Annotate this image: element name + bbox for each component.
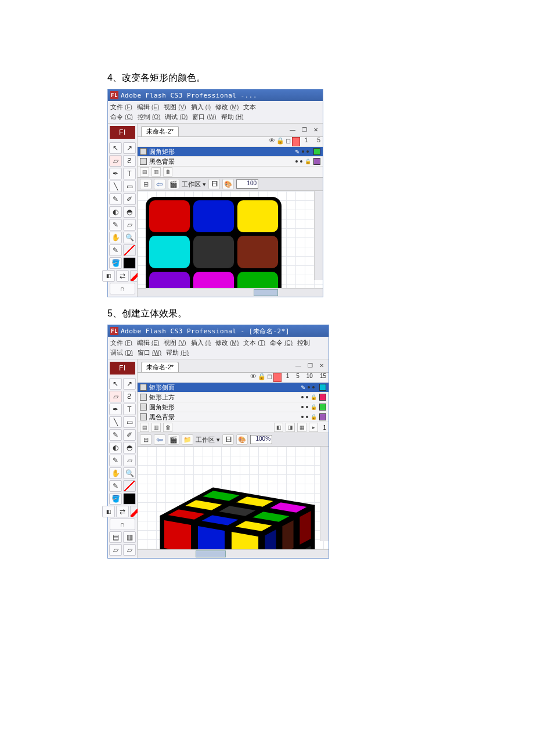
document-tab[interactable]: 未命名-2*: [141, 362, 179, 372]
restore-icon[interactable]: ❐: [305, 361, 315, 370]
pen-tool[interactable]: ✒: [109, 404, 122, 415]
menu-窗口[interactable]: 窗口 (W): [138, 348, 161, 358]
menu-命令[interactable]: 命令 (C): [110, 112, 133, 122]
subselection-tool[interactable]: ↗: [123, 142, 136, 154]
ink-bottle-tool[interactable]: ◐: [109, 442, 122, 453]
fill-swatch[interactable]: [123, 257, 136, 269]
edit-multiple-icon[interactable]: ▦: [297, 423, 306, 432]
minimize-icon[interactable]: —: [294, 361, 303, 370]
canvas-area[interactable]: [138, 191, 323, 288]
edit-symbol-icon[interactable]: 🎨: [222, 179, 234, 189]
folder-icon[interactable]: 📁: [182, 434, 193, 445]
menu-视图[interactable]: 视图 (V): [164, 102, 186, 112]
edit-scene-icon[interactable]: 🎞: [208, 179, 220, 189]
paint-bucket-tool[interactable]: ◓: [123, 442, 136, 453]
workarea-label[interactable]: 工作区 ▾: [196, 435, 220, 444]
brush-tool[interactable]: ✐: [123, 193, 136, 205]
lasso-tool[interactable]: Ƨ: [123, 155, 136, 167]
document-tab[interactable]: 未命名-2*: [141, 126, 179, 136]
free-transform-tool[interactable]: ▱: [109, 391, 122, 402]
stroke-swatch[interactable]: [123, 244, 136, 256]
menu-文件[interactable]: 文件 (F): [110, 338, 132, 348]
selection-tool[interactable]: ↖: [109, 378, 122, 390]
menu-控制[interactable]: 控制 (O): [138, 112, 161, 122]
menu-命令[interactable]: 命令 (C): [270, 338, 293, 348]
stroke-color[interactable]: ✎: [109, 244, 122, 256]
pen-tool[interactable]: ✒: [109, 168, 122, 179]
scrollbar-v[interactable]: [314, 191, 323, 280]
layer-row[interactable]: 黑色背景 🔒: [138, 156, 323, 166]
option-4[interactable]: ▱: [123, 544, 136, 556]
layer-row[interactable]: 圆角矩形 ✎: [138, 146, 323, 156]
ink-bottle-tool[interactable]: ◐: [109, 206, 122, 218]
menu-编辑[interactable]: 编辑 (E): [137, 338, 159, 348]
menu-修改[interactable]: 修改 (M): [215, 102, 239, 112]
rectangle-tool[interactable]: ▭: [123, 181, 136, 192]
new-layer-icon[interactable]: ▤: [140, 167, 149, 177]
menu-文本[interactable]: 文本 (T): [243, 338, 265, 348]
fill-swatch[interactable]: [123, 493, 136, 505]
stroke-color[interactable]: ✎: [109, 480, 122, 492]
zoom-field[interactable]: 100: [236, 179, 258, 189]
new-layer-icon[interactable]: ▤: [140, 423, 149, 432]
bw-swap[interactable]: ◧: [102, 506, 115, 517]
line-tool[interactable]: ╲: [109, 416, 122, 428]
eyedropper-tool[interactable]: ✎: [109, 219, 122, 231]
stroke-swatch[interactable]: [123, 480, 136, 492]
eraser-tool[interactable]: ▱: [123, 455, 136, 466]
menu-调试[interactable]: 调试 (D): [165, 112, 187, 122]
rectangle-tool[interactable]: ▭: [123, 416, 136, 428]
swap-colors[interactable]: ⇄: [116, 270, 129, 282]
scrollbar-h[interactable]: [138, 288, 323, 297]
menu-修改[interactable]: 修改 (M): [215, 338, 239, 348]
menu-编辑[interactable]: 编辑 (E): [137, 102, 159, 112]
onion-skin-icon[interactable]: ◧: [274, 423, 283, 432]
playhead[interactable]: [273, 373, 282, 382]
menu-插入[interactable]: 插入 (I): [191, 102, 211, 112]
menu-文件[interactable]: 文件 (F): [110, 102, 132, 112]
hand-tool[interactable]: ✋: [109, 232, 122, 243]
restore-icon[interactable]: ❐: [300, 125, 309, 134]
menu-控制[interactable]: 控制: [297, 338, 310, 347]
menu-调试[interactable]: 调试 (D): [110, 348, 133, 358]
fill-color[interactable]: 🪣: [109, 257, 122, 269]
back-icon[interactable]: ⇦: [154, 434, 165, 445]
lasso-tool[interactable]: Ƨ: [123, 391, 136, 402]
snap-tool[interactable]: ∩: [110, 519, 135, 530]
option-2[interactable]: ▥: [123, 531, 136, 543]
menu-窗口[interactable]: 窗口 (W): [192, 112, 216, 122]
scrollbar-v[interactable]: [320, 447, 329, 541]
timeline-toggle-icon[interactable]: ⊞: [140, 179, 151, 189]
menu-帮助[interactable]: 帮助 (H): [221, 112, 244, 122]
free-transform-tool[interactable]: ▱: [109, 155, 122, 167]
pencil-tool[interactable]: ✎: [109, 429, 122, 441]
text-tool[interactable]: T: [123, 404, 136, 415]
minimize-icon[interactable]: —: [288, 125, 297, 134]
brush-tool[interactable]: ✐: [123, 429, 136, 441]
new-folder-icon[interactable]: ▥: [151, 423, 161, 432]
scene-icon[interactable]: 🎬: [168, 434, 179, 445]
scene-icon[interactable]: 🎬: [168, 179, 179, 189]
layer-row[interactable]: 圆角矩形 🔒: [138, 402, 329, 412]
playhead[interactable]: [292, 137, 300, 146]
onion-outlines-icon[interactable]: ◨: [286, 423, 295, 432]
close-icon[interactable]: ✕: [317, 361, 326, 370]
menu-插入[interactable]: 插入 (I): [191, 338, 211, 348]
zoom-tool[interactable]: 🔍: [123, 232, 136, 243]
pencil-tool[interactable]: ✎: [109, 193, 122, 205]
scroll-thumb[interactable]: [196, 550, 226, 557]
edit-symbol-icon[interactable]: 🎨: [236, 434, 248, 445]
eraser-tool[interactable]: ▱: [123, 219, 136, 231]
hand-tool[interactable]: ✋: [109, 467, 122, 479]
layer-row[interactable]: 黑色背景 🔒: [138, 412, 329, 422]
line-tool[interactable]: ╲: [109, 181, 122, 192]
snap-tool[interactable]: ∩: [110, 283, 135, 294]
edit-scene-icon[interactable]: 🎞: [222, 434, 234, 445]
workarea-label[interactable]: 工作区 ▾: [182, 180, 206, 189]
close-icon[interactable]: ✕: [311, 125, 320, 134]
bw-swap[interactable]: ◧: [102, 270, 115, 282]
option-3[interactable]: ▱: [109, 544, 122, 556]
zoom-field[interactable]: 100%: [250, 435, 272, 444]
selection-tool[interactable]: ↖: [109, 142, 122, 154]
delete-layer-icon[interactable]: 🗑: [163, 423, 172, 432]
